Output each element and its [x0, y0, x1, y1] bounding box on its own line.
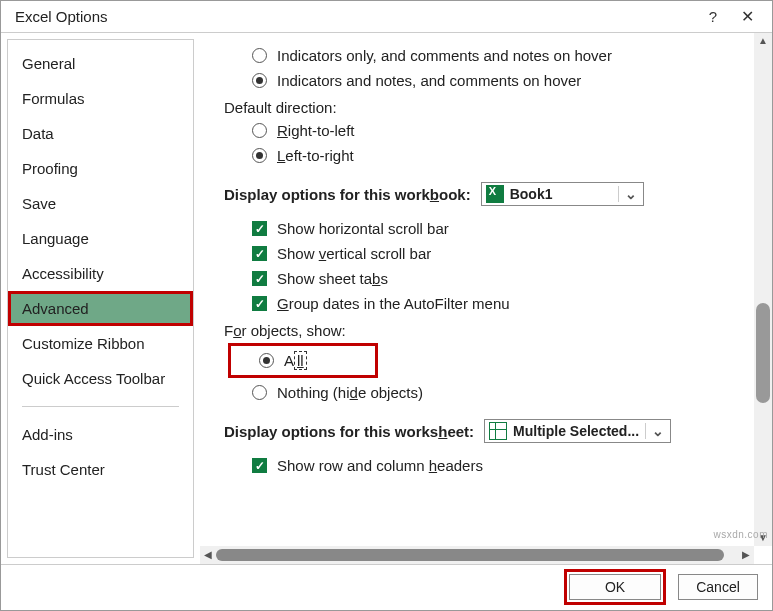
- radio-right-to-left[interactable]: Right-to-left: [224, 118, 744, 143]
- checkbox-icon: [252, 246, 267, 261]
- check-group-dates[interactable]: Group dates in the AutoFilter menu: [224, 291, 744, 316]
- cancel-button[interactable]: Cancel: [678, 574, 758, 600]
- sidebar-item-save[interactable]: Save: [8, 186, 193, 221]
- radio-label: Indicators only, and comments and notes …: [277, 47, 612, 64]
- scroll-right-icon[interactable]: ▶: [738, 546, 754, 564]
- radio-label: Nothing (hide objects): [277, 384, 423, 401]
- sidebar-item-accessibility[interactable]: Accessibility: [8, 256, 193, 291]
- check-label: Show horizontal scroll bar: [277, 220, 449, 237]
- sidebar-item-quick-access[interactable]: Quick Access Toolbar: [8, 361, 193, 396]
- chevron-down-icon: ⌄: [645, 423, 670, 439]
- workbook-select[interactable]: Book1 ⌄: [481, 182, 644, 206]
- watermark: wsxdn.com: [713, 529, 768, 540]
- check-row-column-headers[interactable]: Show row and column headers: [224, 453, 744, 478]
- radio-icon: [252, 385, 267, 400]
- window-title: Excel Options: [9, 8, 695, 25]
- checkbox-icon: [252, 458, 267, 473]
- check-label: Show sheet tabs: [277, 270, 388, 287]
- sidebar-item-proofing[interactable]: Proofing: [8, 151, 193, 186]
- radio-icon: [252, 148, 267, 163]
- sidebar-item-data[interactable]: Data: [8, 116, 193, 151]
- sidebar-item-addins[interactable]: Add-ins: [8, 417, 193, 452]
- checkbox-icon: [252, 296, 267, 311]
- horizontal-scrollbar[interactable]: ◀ ▶: [200, 546, 754, 564]
- ok-button[interactable]: OK: [569, 574, 661, 600]
- radio-label: Right-to-left: [277, 122, 355, 139]
- titlebar: Excel Options ? ✕: [1, 1, 772, 33]
- sidebar-item-formulas[interactable]: Formulas: [8, 81, 193, 116]
- radio-comments-indicators-notes[interactable]: Indicators and notes, and comments on ho…: [224, 68, 744, 93]
- options-panel: Indicators only, and comments and notes …: [200, 33, 772, 564]
- radio-objects-all[interactable]: All: [235, 348, 307, 373]
- radio-comments-indicators-only[interactable]: Indicators only, and comments and notes …: [224, 43, 744, 68]
- help-button[interactable]: ?: [695, 8, 731, 25]
- section-worksheet-display: Display options for this worksheet: Mult…: [224, 419, 744, 443]
- vscroll-thumb[interactable]: [756, 303, 770, 403]
- check-label: Show row and column headers: [277, 457, 483, 474]
- hscroll-thumb[interactable]: [216, 549, 724, 561]
- sidebar-item-general[interactable]: General: [8, 46, 193, 81]
- scroll-up-icon[interactable]: ▲: [754, 33, 772, 49]
- chevron-down-icon: ⌄: [618, 186, 643, 202]
- radio-icon: [252, 48, 267, 63]
- highlight-ok: OK: [564, 569, 666, 605]
- section-workbook-display: Display options for this workbook: Book1…: [224, 182, 744, 206]
- check-sheet-tabs[interactable]: Show sheet tabs: [224, 266, 744, 291]
- radio-left-to-right[interactable]: Left-to-right: [224, 143, 744, 168]
- radio-label: Indicators and notes, and comments on ho…: [277, 72, 581, 89]
- check-vertical-scroll[interactable]: Show vertical scroll bar: [224, 241, 744, 266]
- check-label: Group dates in the AutoFilter menu: [277, 295, 510, 312]
- scroll-left-icon[interactable]: ◀: [200, 546, 216, 564]
- check-label: Show vertical scroll bar: [277, 245, 431, 262]
- vertical-scrollbar[interactable]: ▲ ▼: [754, 33, 772, 546]
- sidebar-divider: [22, 406, 179, 407]
- excel-icon: [486, 185, 504, 203]
- dialog-body: General Formulas Data Proofing Save Lang…: [1, 33, 772, 564]
- radio-label: All: [284, 352, 307, 369]
- default-direction-label: Default direction:: [224, 93, 744, 118]
- checkbox-icon: [252, 221, 267, 236]
- radio-icon: [252, 123, 267, 138]
- check-horizontal-scroll[interactable]: Show horizontal scroll bar: [224, 216, 744, 241]
- highlight-objects-all: All: [228, 343, 378, 378]
- dialog-footer: OK Cancel: [1, 564, 772, 608]
- for-objects-label: For objects, show:: [224, 316, 744, 341]
- sidebar-item-language[interactable]: Language: [8, 221, 193, 256]
- worksheet-select[interactable]: Multiple Selected... ⌄: [484, 419, 671, 443]
- scroll-area: Indicators only, and comments and notes …: [200, 33, 754, 546]
- workbook-select-value: Book1: [508, 186, 618, 202]
- radio-icon: [252, 73, 267, 88]
- sidebar-item-advanced[interactable]: Advanced: [8, 291, 193, 326]
- category-sidebar: General Formulas Data Proofing Save Lang…: [7, 39, 194, 558]
- radio-objects-nothing[interactable]: Nothing (hide objects): [224, 380, 744, 405]
- worksheet-select-value: Multiple Selected...: [511, 423, 645, 439]
- sidebar-item-trust-center[interactable]: Trust Center: [8, 452, 193, 487]
- checkbox-icon: [252, 271, 267, 286]
- worksheet-icon: [489, 422, 507, 440]
- close-button[interactable]: ✕: [731, 7, 764, 26]
- sidebar-item-customize-ribbon[interactable]: Customize Ribbon: [8, 326, 193, 361]
- radio-label: Left-to-right: [277, 147, 354, 164]
- radio-icon: [259, 353, 274, 368]
